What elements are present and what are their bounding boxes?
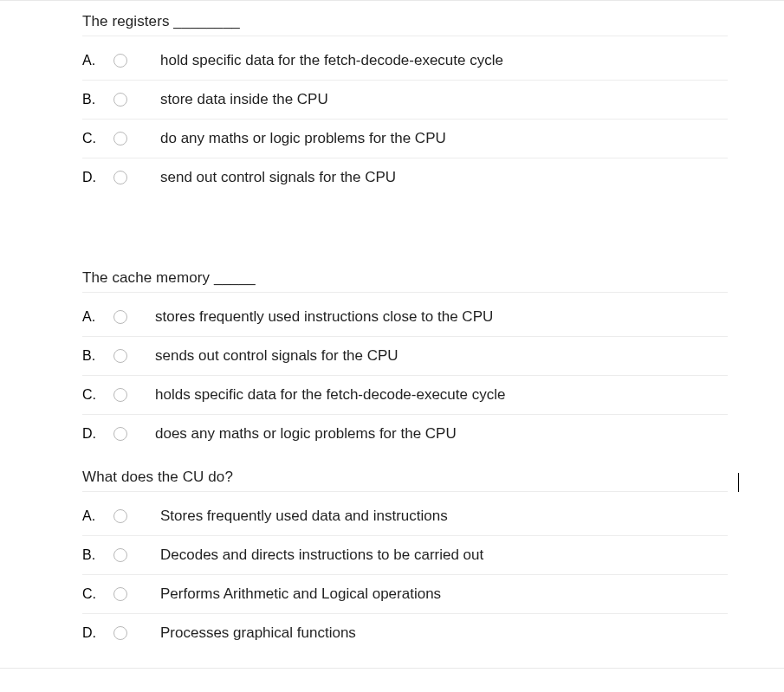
radio-icon[interactable] [113, 93, 127, 107]
question-block: What does the CU do? A. Stores frequentl… [82, 456, 728, 656]
option-text: stores frequently used instructions clos… [155, 308, 493, 326]
option-row[interactable]: C. holds specific data for the fetch-dec… [82, 376, 728, 415]
question-block: The registers ________ A. hold specific … [82, 1, 728, 257]
option-list: A. Stores frequently used data and instr… [82, 497, 728, 652]
option-text: Decodes and directs instructions to be c… [160, 546, 483, 564]
option-text: Processes graphical functions [160, 624, 356, 642]
option-row[interactable]: D. does any maths or logic problems for … [82, 415, 728, 453]
option-letter: D. [82, 170, 98, 185]
option-row[interactable]: A. Stores frequently used data and instr… [82, 497, 728, 536]
option-letter: B. [82, 348, 98, 364]
question-prompt: The registers ________ [82, 13, 728, 36]
option-letter: A. [82, 309, 98, 325]
question-block: The cache memory _____ A. stores frequen… [82, 257, 728, 456]
option-letter: B. [82, 92, 98, 107]
radio-icon[interactable] [113, 171, 127, 184]
radio-icon[interactable] [113, 427, 127, 441]
option-letter: D. [82, 426, 98, 442]
option-letter: D. [82, 625, 98, 641]
radio-icon[interactable] [113, 132, 127, 146]
option-row[interactable]: C. Performs Arithmetic and Logical opera… [82, 575, 728, 614]
option-letter: A. [82, 508, 98, 524]
option-letter: B. [82, 547, 98, 563]
option-row[interactable]: B. Decodes and directs instructions to b… [82, 536, 728, 575]
text-cursor [738, 473, 739, 492]
option-row[interactable]: B. sends out control signals for the CPU [82, 337, 728, 376]
option-list: A. hold specific data for the fetch-deco… [82, 42, 728, 197]
radio-icon[interactable] [113, 548, 127, 562]
option-row[interactable]: C. do any maths or logic problems for th… [82, 120, 728, 158]
radio-icon[interactable] [113, 587, 127, 601]
option-letter: C. [82, 387, 98, 403]
option-text: hold specific data for the fetch-decode-… [160, 52, 503, 69]
option-list: A. stores frequently used instructions c… [82, 298, 728, 453]
option-row[interactable]: A. stores frequently used instructions c… [82, 298, 728, 337]
option-text: store data inside the CPU [160, 91, 328, 108]
quiz-page: The registers ________ A. hold specific … [0, 0, 784, 669]
option-text: Stores frequently used data and instruct… [160, 508, 448, 525]
radio-icon[interactable] [113, 54, 127, 68]
radio-icon[interactable] [113, 349, 127, 363]
option-text: sends out control signals for the CPU [155, 347, 398, 365]
option-text: send out control signals for the CPU [160, 169, 396, 186]
radio-icon[interactable] [113, 310, 127, 324]
option-row[interactable]: D. send out control signals for the CPU [82, 158, 728, 197]
option-text: do any maths or logic problems for the C… [160, 130, 446, 147]
option-letter: C. [82, 131, 98, 146]
option-text: Performs Arithmetic and Logical operatio… [160, 585, 441, 603]
question-prompt: The cache memory _____ [82, 269, 728, 293]
option-letter: A. [82, 53, 98, 68]
option-row[interactable]: A. hold specific data for the fetch-deco… [82, 42, 728, 81]
option-text: holds specific data for the fetch-decode… [155, 386, 505, 404]
option-row[interactable]: D. Processes graphical functions [82, 614, 728, 652]
option-row[interactable]: B. store data inside the CPU [82, 81, 728, 120]
radio-icon[interactable] [113, 388, 127, 402]
option-letter: C. [82, 586, 98, 602]
option-text: does any maths or logic problems for the… [155, 425, 457, 443]
radio-icon[interactable] [113, 509, 127, 523]
question-prompt: What does the CU do? [82, 469, 728, 492]
radio-icon[interactable] [113, 626, 127, 640]
